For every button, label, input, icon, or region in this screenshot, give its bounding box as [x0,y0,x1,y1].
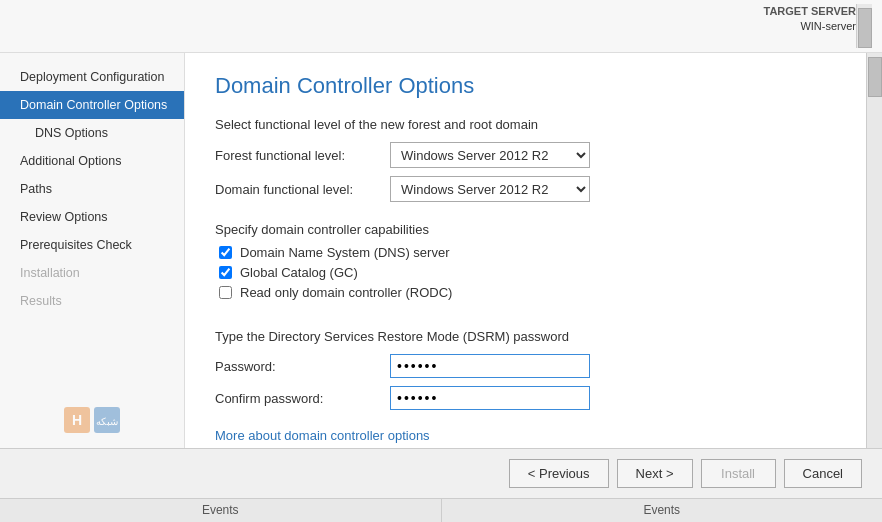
previous-button[interactable]: < Previous [509,459,609,488]
cancel-button[interactable]: Cancel [784,459,862,488]
dns-label: Domain Name System (DNS) server [240,245,450,260]
sidebar-item-deployment-configuration[interactable]: Deployment Configuration [0,63,184,91]
main-content: Domain Controller Options Select functio… [185,53,866,448]
sidebar-item-additional-options[interactable]: Additional Options [0,147,184,175]
domain-level-select[interactable]: Windows Server 2012 R2 Windows Server 20… [390,176,590,202]
dsrm-section: Type the Directory Services Restore Mode… [215,329,836,418]
capabilities-section: Specify domain controller capabilities D… [215,222,836,305]
capabilities-label: Specify domain controller capabilities [215,222,836,237]
scroll-thumb[interactable] [858,8,872,48]
confirm-password-row: Confirm password: [215,386,836,410]
password-label: Password: [215,359,390,374]
sidebar-item-installation: Installation [0,259,184,287]
server-name: WIN-server [800,20,856,32]
forest-level-row: Forest functional level: Windows Server … [215,142,836,168]
events-bar: Events Events [0,498,882,522]
main-scroll-thumb[interactable] [868,57,882,97]
logo-watermark: H شبکه [62,405,122,435]
sidebar-item-paths[interactable]: Paths [0,175,184,203]
gc-checkbox[interactable] [219,266,232,279]
confirm-label: Confirm password: [215,391,390,406]
top-scrollbar-area [856,4,872,48]
gc-label: Global Catalog (GC) [240,265,358,280]
main-scrollbar [866,53,882,448]
dns-checkbox[interactable] [219,246,232,259]
sidebar-item-dns-options[interactable]: DNS Options [0,119,184,147]
rodc-checkbox[interactable] [219,286,232,299]
domain-label: Domain functional level: [215,182,390,197]
install-button[interactable]: Install [701,459,776,488]
server-label: TARGET SERVER [764,4,857,19]
forest-label: Forest functional level: [215,148,390,163]
password-row: Password: [215,354,836,378]
confirm-password-input[interactable] [390,386,590,410]
svg-text:H: H [72,412,82,428]
functional-level-label: Select functional level of the new fores… [215,117,836,132]
sidebar-item-results: Results [0,287,184,315]
bottom-bar: < Previous Next > Install Cancel [0,448,882,498]
events-tab-2[interactable]: Events [442,499,883,522]
server-info: TARGET SERVER WIN-server [764,4,857,48]
svg-text:شبکه: شبکه [96,416,118,427]
sidebar-item-prerequisites-check[interactable]: Prerequisites Check [0,231,184,259]
forest-level-select[interactable]: Windows Server 2012 R2 Windows Server 20… [390,142,590,168]
bottom-bar-left [20,459,501,488]
sidebar-item-domain-controller-options[interactable]: Domain Controller Options [0,91,184,119]
password-input[interactable] [390,354,590,378]
events-tab-1[interactable]: Events [0,499,442,522]
sidebar-item-review-options[interactable]: Review Options [0,203,184,231]
rodc-checkbox-row: Read only domain controller (RODC) [219,285,836,300]
dns-checkbox-row: Domain Name System (DNS) server [219,245,836,260]
gc-checkbox-row: Global Catalog (GC) [219,265,836,280]
page-title: Domain Controller Options [215,73,836,99]
next-button[interactable]: Next > [617,459,693,488]
sidebar: Deployment Configuration Domain Controll… [0,53,185,448]
rodc-label: Read only domain controller (RODC) [240,285,452,300]
dsrm-label: Type the Directory Services Restore Mode… [215,329,836,344]
domain-level-row: Domain functional level: Windows Server … [215,176,836,202]
more-link[interactable]: More about domain controller options [215,418,836,443]
